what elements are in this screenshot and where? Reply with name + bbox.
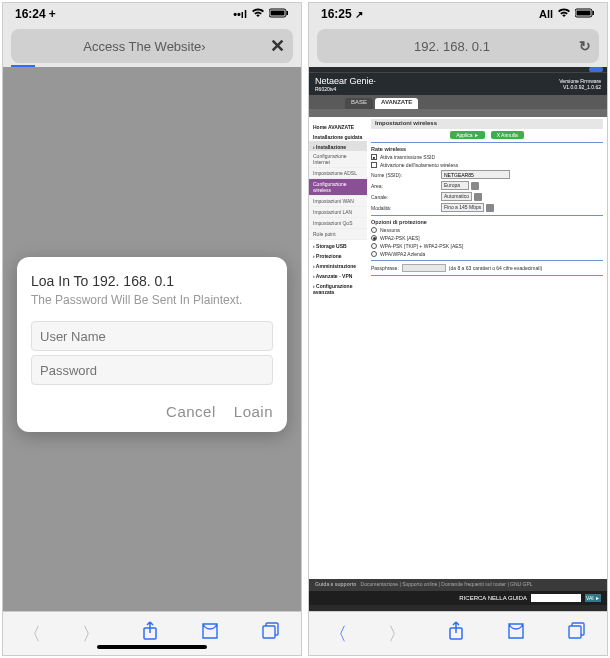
main-tabs: BASE AVANZATE — [309, 95, 607, 109]
url-text: 192. 168. 0.1 — [325, 39, 579, 54]
isolation-checkbox[interactable] — [371, 162, 377, 168]
login-button[interactable]: Loain — [234, 403, 273, 420]
router-guide-footer: Guida e supporto Documentazione | Suppor… — [309, 579, 607, 591]
address-bar[interactable]: 192. 168. 0.1 ↻ — [317, 29, 599, 63]
tab-advanced[interactable]: AVANZATE — [375, 98, 418, 109]
sub-tabs-strip — [309, 109, 607, 117]
guide-label: Guida e supporto — [315, 581, 356, 587]
side-admin[interactable]: › Amministrazione — [309, 260, 367, 270]
wifi-icon — [557, 8, 571, 20]
security-title: Opzioni di protezione — [371, 219, 603, 225]
rate-title: Rate wireless — [371, 146, 603, 152]
panel-heading: Impostazioni wireless — [371, 119, 603, 129]
auth-title: Loa In To 192. 168. 0.1 — [31, 273, 273, 289]
signal-icon: ••ıl — [233, 8, 247, 20]
tabs-icon[interactable] — [567, 622, 587, 645]
share-icon[interactable] — [141, 621, 159, 646]
area-label: Area: — [371, 183, 441, 189]
battery-icon — [575, 8, 595, 20]
side-advconf[interactable]: › Configurazione avanzata — [309, 280, 367, 296]
svg-rect-8 — [593, 11, 595, 15]
svg-rect-7 — [577, 11, 591, 16]
side-install[interactable]: › Installazione — [309, 141, 367, 151]
status-plus: + — [49, 7, 56, 21]
bookmarks-icon[interactable] — [200, 622, 220, 645]
reload-icon[interactable]: ↻ — [579, 38, 591, 54]
forward-icon[interactable]: 〉 — [388, 622, 406, 646]
chan-go-icon[interactable] — [474, 193, 482, 201]
carrier-label: All — [539, 8, 553, 20]
mode-select[interactable]: Fino a 145 Mbps — [441, 203, 484, 212]
guide-search-input[interactable] — [531, 594, 581, 602]
side-usb[interactable]: › Storage USB — [309, 240, 367, 250]
side-item[interactable]: Impostazioni WAN — [309, 196, 367, 207]
side-item[interactable]: Configurazione Internet — [309, 151, 367, 168]
passphrase-input[interactable] — [402, 264, 446, 272]
phone-right: 16:25 ↗ All 192. 168. 0.1 ↻ — [308, 2, 608, 656]
channel-select[interactable]: Automatico — [441, 192, 472, 201]
battery-icon — [269, 8, 289, 20]
back-icon[interactable]: 〈 — [23, 622, 41, 646]
guide-links[interactable]: Documentazione | Supporto online | Doman… — [361, 581, 533, 587]
cancel-button[interactable]: Cancel — [166, 403, 216, 420]
pp-hint: (da 8 a 63 caratteri o 64 cifre esadecim… — [449, 265, 542, 271]
bookmarks-icon[interactable] — [506, 622, 526, 645]
router-sidebar: Home AVANZATE Installazione guidata › In… — [309, 117, 367, 296]
username-input[interactable] — [31, 321, 273, 351]
svg-rect-11 — [569, 626, 581, 638]
status-bar: 16:25 ↗ All — [309, 3, 607, 25]
side-home[interactable]: Home AVANZATE — [309, 121, 367, 131]
guide-search-go[interactable]: VAI ► — [585, 594, 601, 602]
ssid-label: Attiva trasmissione SSID — [380, 154, 435, 160]
sec-mix-radio[interactable] — [371, 243, 377, 249]
area-select[interactable]: Europa — [441, 181, 469, 190]
phone-left: 16:24 + ••ıl Access The Website› ✕ Loa I… — [2, 2, 302, 656]
ssid-input[interactable] — [441, 170, 510, 179]
side-item[interactable]: Impostazioni QoS — [309, 218, 367, 229]
router-model: R6020tv4 — [315, 86, 376, 92]
ssid-checkbox[interactable] — [371, 154, 377, 160]
side-vpn[interactable]: › Avanzate - VPN — [309, 270, 367, 280]
side-item[interactable]: Impostazioni LAN — [309, 207, 367, 218]
mode-go-icon[interactable] — [486, 204, 494, 212]
url-text: Access The Website› — [19, 39, 270, 54]
sec-mix-label: WPA-PSK [TKIP] + WPA2-PSK [AES] — [380, 243, 463, 249]
chan-label: Canale: — [371, 194, 441, 200]
apply-button[interactable]: Applica ► — [450, 131, 485, 139]
router-brand: Netaear Genie· — [315, 76, 376, 86]
router-header: Netaear Genie· R6020tv4 Versione Firmwar… — [309, 73, 607, 95]
tabs-icon[interactable] — [261, 622, 281, 645]
password-input[interactable] — [31, 355, 273, 385]
side-item-wireless[interactable]: Configurazione wireless — [309, 179, 367, 196]
svg-rect-2 — [287, 11, 289, 15]
sec-ent-radio[interactable] — [371, 251, 377, 257]
router-search-footer: RICERCA NELLA GUIDA VAI ► — [309, 591, 607, 605]
cancel-button[interactable]: X Annulla — [491, 131, 524, 139]
share-icon[interactable] — [447, 621, 465, 646]
side-item[interactable]: Role point — [309, 229, 367, 240]
back-icon[interactable]: 〈 — [329, 622, 347, 646]
wifi-icon — [251, 8, 265, 20]
status-time: 16:25 — [321, 7, 352, 21]
header-button[interactable] — [589, 67, 603, 72]
close-icon[interactable]: ✕ — [270, 35, 285, 57]
home-indicator — [97, 645, 207, 649]
search-label: RICERCA NELLA GUIDA — [459, 595, 527, 601]
page-content: Loa In To 192. 168. 0.1 The Password Wil… — [3, 67, 301, 611]
sec-aes-radio[interactable] — [371, 235, 377, 241]
name-label: Nome (SSID): — [371, 172, 441, 178]
auth-dialog: Loa In To 192. 168. 0.1 The Password Wil… — [17, 257, 287, 432]
router-main-panel: Impostazioni wireless Applica ► X Annull… — [367, 117, 607, 296]
router-admin-page: Netaear Genie· R6020tv4 Versione Firmwar… — [309, 67, 607, 611]
sec-none-radio[interactable] — [371, 227, 377, 233]
side-item[interactable]: Impostazione ADSL — [309, 168, 367, 179]
area-go-icon[interactable] — [471, 182, 479, 190]
address-bar[interactable]: Access The Website› ✕ — [11, 29, 293, 63]
location-icon: ↗ — [355, 9, 363, 20]
side-protection[interactable]: › Protezione — [309, 250, 367, 260]
browser-toolbar: 〈 〉 — [309, 611, 607, 655]
forward-icon[interactable]: 〉 — [82, 622, 100, 646]
pp-label: Passphrase: — [371, 265, 399, 271]
tab-base[interactable]: BASE — [345, 98, 373, 109]
side-wizard[interactable]: Installazione guidata — [309, 131, 367, 141]
